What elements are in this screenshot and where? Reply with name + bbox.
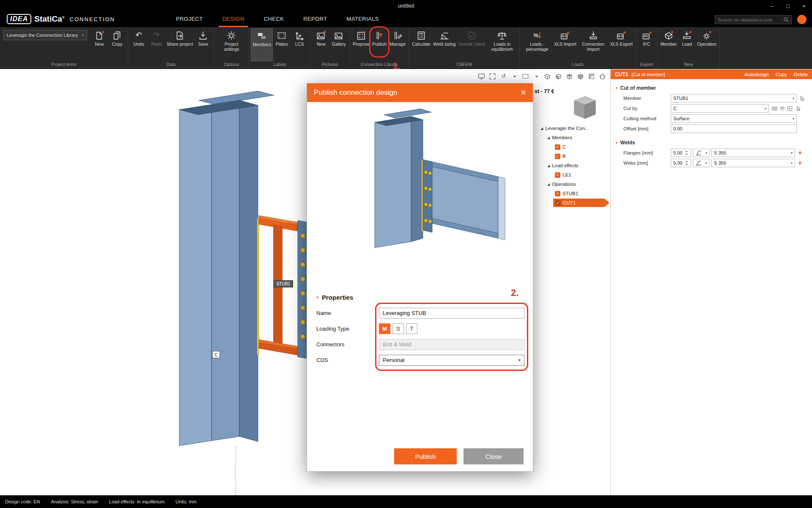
ribbon-button-xls-import[interactable]: XLSXLS Import (553, 28, 578, 61)
tree-item-le1[interactable]: ✓LE1 (540, 170, 610, 179)
loading-type-s-button[interactable]: S (392, 323, 404, 334)
tree-root[interactable]: ◢Leveragin the Con... (540, 124, 610, 133)
webs-size-input[interactable]: 5.00 (671, 159, 691, 167)
publish-button[interactable]: Publish (394, 448, 457, 464)
ribbon-button-members[interactable]: Members (251, 28, 273, 61)
cube-left-icon[interactable] (554, 72, 563, 81)
caret-icon[interactable] (532, 72, 541, 81)
checkbox-icon[interactable]: ✓ (555, 154, 560, 159)
cutting-method-select[interactable]: Surface▾ (671, 114, 797, 123)
project-items-combo[interactable]: Leveragin the Connnection Library▾ (3, 30, 87, 40)
tree-expander-icon[interactable]: ◢ (540, 127, 543, 130)
flanges-weld-type-select[interactable]: ▾ (693, 149, 710, 157)
close-window-icon[interactable]: × (796, 0, 812, 12)
name-input[interactable] (379, 308, 524, 319)
close-button[interactable]: Close (464, 448, 524, 464)
checkbox-icon[interactable]: ✓ (555, 200, 561, 206)
webs-material-select[interactable]: S 355▾ (711, 159, 795, 167)
checkbox-icon[interactable]: ✓ (555, 191, 560, 196)
caret-icon[interactable] (510, 72, 519, 81)
autodesign-button[interactable]: Autodesign (744, 72, 769, 77)
search-box[interactable] (715, 15, 792, 24)
ribbon-button-copy-project-item[interactable]: Copy (108, 28, 126, 61)
add-web-weld-button[interactable]: + (798, 160, 802, 166)
tree-group-load-effects[interactable]: ◢Load effects (540, 161, 610, 170)
flanges-material-select[interactable]: S 355▾ (711, 149, 795, 157)
ribbon-button-share-project[interactable]: Share project (165, 28, 194, 61)
ribbon-button-connection-import[interactable]: Connection Import (578, 28, 609, 61)
shade-half-icon[interactable] (587, 72, 596, 81)
search-icon[interactable] (783, 17, 789, 22)
ribbon-button-gallery[interactable]: Gallery (330, 28, 348, 61)
section-welds[interactable]: ▾ Welds (616, 140, 809, 146)
ribbon-button-weld-sizing[interactable]: Weld sizing (432, 28, 457, 61)
ribbon-button-loads-percentage[interactable]: %Loads - percentage (521, 28, 553, 61)
cube-wire-icon[interactable] (543, 72, 552, 81)
rotate-view-icon[interactable]: ↺ (499, 72, 508, 81)
pick-cut-by-icon[interactable] (796, 105, 802, 112)
ribbon-button-propose[interactable]: Propose (351, 28, 370, 61)
tree-group-members[interactable]: ◢Members (540, 133, 610, 142)
tree-expander-icon[interactable]: ◢ (547, 182, 550, 186)
webs-weld-type-select[interactable]: ▾ (693, 159, 710, 167)
pick-grid-icon[interactable] (787, 105, 793, 112)
checkbox-icon[interactable]: ✓ (555, 144, 560, 150)
flanges-size-input[interactable]: 5.00 (671, 149, 691, 157)
ribbon-button-loads-in-equilibrium[interactable]: Loads in equilibrium (486, 28, 518, 61)
cds-select[interactable]: Personal▾ (379, 355, 524, 366)
tab-report[interactable]: REPORT (303, 12, 327, 27)
ribbon-button-plates[interactable]: Plates (273, 28, 291, 61)
maximize-icon[interactable]: □ (780, 0, 796, 12)
cube-top-icon[interactable] (565, 72, 574, 81)
pick-member-icon[interactable] (799, 95, 806, 102)
ribbon-button-undo[interactable]: ↶Undo (130, 28, 148, 61)
properties-section-header[interactable]: ▾ Properties (316, 294, 353, 301)
tab-check[interactable]: CHECK (264, 12, 284, 27)
tree-group-operations[interactable]: ◢Operations (540, 179, 610, 189)
offset-input[interactable]: 0.00 (671, 124, 797, 133)
tab-design[interactable]: DESIGN (222, 12, 244, 27)
ribbon-button-publish[interactable]: Publish (370, 28, 388, 61)
add-flange-weld-button[interactable]: + (798, 149, 802, 156)
ribbon-button-new-member[interactable]: +Member (659, 28, 678, 61)
delete-operation-button[interactable]: Delete (794, 72, 808, 77)
dialog-close-icon[interactable]: × (521, 88, 526, 97)
fit-view-icon[interactable] (488, 72, 497, 81)
copy-operation-button[interactable]: Copy (776, 72, 787, 77)
ribbon-button-save[interactable]: Save (194, 28, 212, 61)
checkbox-icon[interactable]: ✓ (555, 172, 560, 178)
home-view-icon[interactable] (598, 72, 607, 81)
section-cut-of-member[interactable]: ▾ Cut of member (616, 85, 809, 91)
tree-item-stub1[interactable]: ✓STUB1 (540, 189, 610, 198)
ribbon-button-lcs[interactable]: LCS (291, 28, 308, 61)
search-input[interactable] (718, 17, 783, 22)
minimize-icon[interactable]: – (764, 0, 780, 12)
stepper-icon[interactable] (685, 160, 689, 166)
ribbon-button-new-operation[interactable]: +Operation (696, 28, 718, 61)
member-select[interactable]: STUB1▾ (671, 94, 797, 102)
tree-expander-icon[interactable]: ◢ (547, 164, 550, 168)
stepper-icon[interactable] (685, 149, 689, 156)
ribbon-button-ifc[interactable]: IFCIFC (638, 28, 656, 61)
ribbon-button-calculate[interactable]: Calculate (411, 28, 432, 61)
ribbon-button-new-picture[interactable]: +New (312, 28, 330, 61)
tree-expander-icon[interactable]: ◢ (547, 136, 550, 140)
account-icon[interactable] (797, 15, 807, 24)
ribbon-button-manage[interactable]: Manage (388, 28, 407, 61)
tree-item-cut1[interactable]: ✓CUT1 (540, 198, 610, 207)
monitor-icon[interactable] (477, 72, 486, 81)
cube-solid-icon[interactable] (576, 72, 585, 81)
nav-cube[interactable] (573, 96, 596, 120)
cut-by-select[interactable]: C▾ (671, 104, 769, 113)
ribbon-button-xls-export[interactable]: XLSXLS Export (609, 28, 634, 61)
pick-layers-icon[interactable] (779, 105, 785, 112)
marquee-select-icon[interactable] (521, 72, 530, 81)
tab-project[interactable]: PROJECT (176, 12, 203, 27)
tab-materials[interactable]: MATERIALS (347, 12, 379, 27)
ribbon-button-new-load[interactable]: +Load (678, 28, 696, 61)
tree-item-c[interactable]: ✓C (540, 142, 610, 152)
ribbon-button-new-project-item[interactable]: +New (91, 28, 108, 61)
tree-item-b[interactable]: ✓B (540, 152, 610, 161)
loading-type-t-button[interactable]: T (406, 323, 417, 334)
pick-plate-icon[interactable] (771, 105, 778, 112)
